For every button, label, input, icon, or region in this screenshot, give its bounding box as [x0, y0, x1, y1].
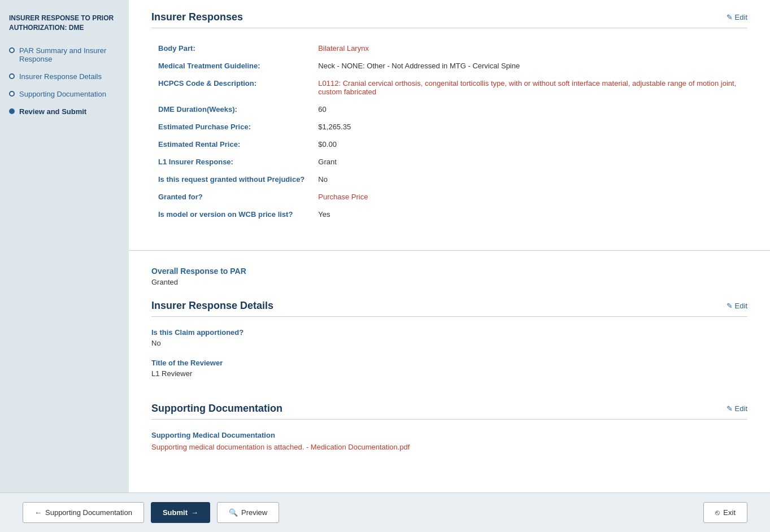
sidebar-dot-review-and-submit	[9, 108, 15, 114]
supporting-medical-label: Supporting Medical Documentation	[151, 431, 747, 439]
sidebar-title: INSURER RESPONSE TO PRIOR AUTHORIZATION:…	[0, 9, 129, 42]
insurer-responses-title: Insurer Responses	[151, 11, 243, 23]
response-field-label: Granted for?	[151, 188, 311, 206]
supporting-documentation-header: Supporting Documentation ✎ Edit	[151, 403, 747, 420]
sidebar-label-review-and-submit: Review and Submit	[19, 107, 86, 116]
pencil-icon: ✎	[727, 13, 733, 21]
supporting-documentation-section: Supporting Documentation ✎ Edit Supporti…	[129, 403, 770, 469]
response-field-value: No	[311, 171, 747, 188]
insurer-responses-edit-link[interactable]: ✎ Edit	[727, 13, 747, 21]
submit-button[interactable]: Submit →	[151, 502, 210, 523]
response-field-value: 60	[311, 101, 747, 118]
preview-button[interactable]: 🔍 Preview	[217, 502, 279, 523]
overall-response-section: Overall Response to PAR Granted	[129, 258, 770, 300]
table-row: Estimated Rental Price:$0.00	[151, 136, 747, 153]
response-field-value: Neck - NONE: Other - Not Addressed in MT…	[311, 57, 747, 75]
supporting-medical-value: Supporting medical documentation is atta…	[151, 443, 747, 451]
reviewer-title-label: Title of the Reviewer	[151, 359, 747, 367]
response-field-value: Grant	[311, 153, 747, 171]
table-row: Medical Treatment Guideline:Neck - NONE:…	[151, 57, 747, 75]
response-field-label: DME Duration(Weeks):	[151, 101, 311, 118]
sidebar: INSURER RESPONSE TO PRIOR AUTHORIZATION:…	[0, 0, 129, 492]
table-row: Is this request granted without Prejudic…	[151, 171, 747, 188]
overall-response-label: Overall Response to PAR	[151, 267, 747, 276]
supporting-documentation-edit-link[interactable]: ✎ Edit	[727, 404, 747, 413]
sidebar-dot-par-summary	[9, 47, 15, 53]
claim-apportioned-value: No	[151, 339, 747, 347]
sidebar-label-supporting-documentation: Supporting Documentation	[19, 90, 106, 98]
back-button[interactable]: ← Supporting Documentation	[23, 502, 144, 523]
response-field-label: Is model or version on WCB price list?	[151, 206, 311, 223]
search-icon: 🔍	[229, 508, 238, 517]
overall-response-value: Granted	[151, 278, 747, 286]
response-field-value: L0112: Cranial cervical orthosis, congen…	[311, 75, 747, 101]
section-divider-1	[129, 250, 770, 251]
table-row: Is model or version on WCB price list?Ye…	[151, 206, 747, 223]
insurer-responses-section: Insurer Responses ✎ Edit Body Part:Bilat…	[129, 0, 770, 243]
claim-apportioned-label: Is this Claim apportioned?	[151, 328, 747, 337]
response-field-label: Is this request granted without Prejudic…	[151, 171, 311, 188]
sidebar-item-insurer-response-details[interactable]: Insurer Response Details	[0, 68, 129, 85]
table-row: Body Part:Bilateral Larynx	[151, 40, 747, 57]
response-field-label: Estimated Rental Price:	[151, 136, 311, 153]
table-row: DME Duration(Weeks):60	[151, 101, 747, 118]
supporting-documentation-title: Supporting Documentation	[151, 403, 282, 415]
sidebar-item-supporting-documentation[interactable]: Supporting Documentation	[0, 85, 129, 103]
insurer-response-details-title: Insurer Response Details	[151, 300, 273, 312]
response-field-value: Purchase Price	[311, 188, 747, 206]
main-content: Insurer Responses ✎ Edit Body Part:Bilat…	[129, 0, 770, 492]
sidebar-dot-insurer-response-details	[9, 73, 15, 79]
response-field-label: Medical Treatment Guideline:	[151, 57, 311, 75]
response-field-label: Estimated Purchase Price:	[151, 118, 311, 136]
pencil-icon-2: ✎	[727, 302, 733, 310]
insurer-response-details-section: Insurer Response Details ✎ Edit Is this …	[129, 300, 770, 403]
insurer-response-details-edit-link[interactable]: ✎ Edit	[727, 302, 747, 310]
pencil-icon-3: ✎	[727, 404, 733, 413]
exit-button[interactable]: ⎋ Exit	[703, 502, 747, 523]
response-field-value: $1,265.35	[311, 118, 747, 136]
arrow-right-icon: →	[191, 508, 198, 517]
sidebar-label-par-summary: PAR Summary and Insurer Response	[19, 46, 120, 63]
table-row: Granted for?Purchase Price	[151, 188, 747, 206]
insurer-response-details-header: Insurer Response Details ✎ Edit	[151, 300, 747, 317]
reviewer-title-value: L1 Reviewer	[151, 369, 747, 378]
claim-apportioned-group: Is this Claim apportioned? No	[151, 328, 747, 347]
insurer-responses-table: Body Part:Bilateral LarynxMedical Treatm…	[151, 40, 747, 223]
footer-left: ← Supporting Documentation Submit → 🔍 Pr…	[23, 502, 279, 523]
sidebar-item-review-and-submit[interactable]: Review and Submit	[0, 103, 129, 120]
exit-icon: ⎋	[715, 508, 720, 517]
footer: ← Supporting Documentation Submit → 🔍 Pr…	[0, 492, 770, 532]
response-field-label: HCPCS Code & Description:	[151, 75, 311, 101]
table-row: HCPCS Code & Description:L0112: Cranial …	[151, 75, 747, 101]
arrow-left-icon: ←	[34, 508, 42, 517]
sidebar-item-par-summary[interactable]: PAR Summary and Insurer Response	[0, 42, 129, 68]
sidebar-label-insurer-response-details: Insurer Response Details	[19, 72, 102, 81]
insurer-responses-header: Insurer Responses ✎ Edit	[151, 11, 747, 28]
response-field-value: Yes	[311, 206, 747, 223]
sidebar-dot-supporting-documentation	[9, 91, 15, 97]
response-field-value: $0.00	[311, 136, 747, 153]
reviewer-title-group: Title of the Reviewer L1 Reviewer	[151, 359, 747, 378]
response-field-label: Body Part:	[151, 40, 311, 57]
table-row: Estimated Purchase Price:$1,265.35	[151, 118, 747, 136]
response-field-label: L1 Insurer Response:	[151, 153, 311, 171]
response-field-value: Bilateral Larynx	[311, 40, 747, 57]
table-row: L1 Insurer Response:Grant	[151, 153, 747, 171]
